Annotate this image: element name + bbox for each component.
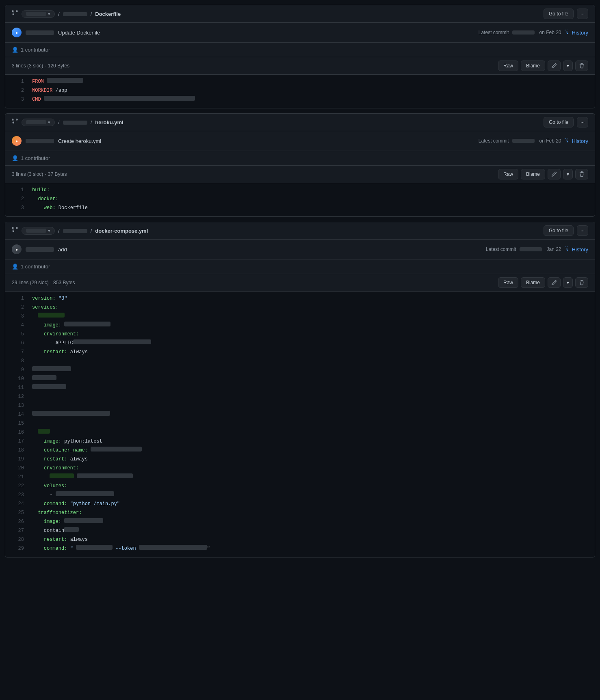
file-title: Dockerfile [95, 11, 121, 17]
code-line: 24 command: "python /main.py" [5, 500, 595, 509]
code-line: 8 [5, 357, 595, 366]
contributor-bar: 👤1 contributor [5, 259, 595, 274]
code-line: 1FROM [5, 78, 595, 87]
more-options-button[interactable]: ··· [577, 117, 588, 127]
code-line: 16 [5, 429, 595, 438]
branch-icon [12, 119, 18, 126]
edit-button[interactable] [548, 169, 561, 179]
commit-hash [512, 139, 535, 143]
line-number: 7 [12, 348, 24, 356]
code-line: 5 environment: [5, 331, 595, 339]
file-block-heroku: ▾//heroku.ymlGo to file···●Create heroku… [5, 113, 595, 217]
line-number: 18 [12, 447, 24, 454]
code-line: 1version: "3" [5, 295, 595, 304]
code-area: 1version: "3"2services:3 4 image: 5 envi… [5, 292, 595, 557]
line-number: 2 [12, 195, 24, 203]
delete-button[interactable] [575, 277, 588, 288]
more-options-button[interactable]: ··· [577, 9, 588, 19]
code-line: 25 traffmonetizer: [5, 509, 595, 518]
go-to-file-button[interactable]: Go to file [544, 9, 574, 19]
file-header-actions: Go to file··· [544, 9, 588, 19]
code-line: 20 environment: [5, 465, 595, 473]
code-line: 19 restart: always [5, 456, 595, 465]
history-button[interactable]: History [565, 138, 588, 144]
code-line: 9 [5, 366, 595, 375]
commit-bar: ●addLatest commit Jan 22History [5, 240, 595, 259]
code-line: 2WORKDIR /app [5, 87, 595, 96]
line-number: 1 [12, 295, 24, 302]
edit-dropdown-button[interactable]: ▾ [563, 60, 573, 71]
line-number: 3 [12, 96, 24, 104]
commit-hash [520, 247, 542, 251]
go-to-file-button[interactable]: Go to file [544, 225, 574, 236]
file-meta-bar: 3 lines (3 sloc) · 120 BytesRawBlame▾ [5, 57, 595, 75]
history-button[interactable]: History [565, 30, 588, 36]
branch-pill[interactable]: ▾ [22, 227, 55, 235]
branch-pill[interactable]: ▾ [22, 119, 55, 126]
line-number: 15 [12, 420, 24, 428]
breadcrumb-user[interactable] [63, 119, 87, 125]
line-number: 3 [12, 313, 24, 320]
line-number: 17 [12, 438, 24, 445]
line-number: 3 [12, 204, 24, 212]
commit-hash [512, 30, 535, 35]
line-number: 5 [12, 331, 24, 338]
commit-bar: ●Create heroku.ymlLatest commit on Feb 2… [5, 131, 595, 151]
latest-commit-label: Latest commit [479, 30, 509, 35]
go-to-file-button[interactable]: Go to file [544, 117, 574, 127]
history-button[interactable]: History [565, 246, 588, 253]
line-number: 6 [12, 339, 24, 347]
edit-dropdown-button[interactable]: ▾ [563, 277, 573, 288]
breadcrumb-user[interactable] [63, 228, 87, 234]
code-line: 3CMD [5, 96, 595, 105]
file-block-docker-compose: ▾//docker-compose.ymlGo to file···●addLa… [5, 222, 595, 557]
breadcrumb-user[interactable] [63, 11, 87, 17]
raw-button[interactable]: Raw [498, 277, 518, 288]
line-number: 10 [12, 375, 24, 383]
code-line: 18 container_name: [5, 447, 595, 456]
code-area: 1FROM 2WORKDIR /app3CMD [5, 75, 595, 108]
contributor-icon: 👤 [12, 155, 18, 161]
avatar: ● [12, 28, 22, 37]
blame-button[interactable]: Blame [521, 169, 545, 179]
delete-button[interactable] [575, 60, 588, 71]
edit-dropdown-button[interactable]: ▾ [563, 169, 573, 179]
code-line: 4 image: [5, 322, 595, 331]
commit-date: Jan 22 [547, 246, 561, 252]
line-number: 20 [12, 465, 24, 472]
code-line: 17 image: python:latest [5, 438, 595, 447]
avatar: ● [12, 136, 22, 146]
blame-button[interactable]: Blame [521, 277, 545, 288]
file-meta-bar: 3 lines (3 sloc) · 37 BytesRawBlame▾ [5, 166, 595, 183]
commit-info-right: Latest commit on Feb 20History [479, 30, 588, 36]
branch-icon [12, 10, 18, 18]
branch-pill[interactable]: ▾ [22, 10, 55, 18]
edit-button[interactable] [548, 277, 561, 288]
more-options-button[interactable]: ··· [577, 225, 588, 236]
avatar: ● [12, 244, 22, 254]
raw-button[interactable]: Raw [498, 169, 518, 179]
file-block-dockerfile: ▾//DockerfileGo to file···●Update Docker… [5, 5, 595, 108]
line-number: 21 [12, 473, 24, 481]
file-header: ▾//docker-compose.ymlGo to file··· [5, 222, 595, 240]
raw-button[interactable]: Raw [498, 60, 518, 71]
file-title: heroku.yml [95, 119, 123, 125]
commit-info-right: Latest commit on Feb 20History [479, 138, 588, 144]
commit-message: add [58, 246, 67, 253]
file-header-actions: Go to file··· [544, 225, 588, 236]
line-number: 29 [12, 545, 24, 553]
line-number: 2 [12, 304, 24, 311]
line-number: 12 [12, 393, 24, 401]
blame-button[interactable]: Blame [521, 60, 545, 71]
commit-info-right: Latest commit Jan 22History [486, 246, 588, 253]
file-header: ▾//heroku.ymlGo to file··· [5, 114, 595, 131]
delete-button[interactable] [575, 169, 588, 179]
edit-button[interactable] [548, 60, 561, 71]
contributors-count: 1 contributor [21, 264, 50, 270]
line-number: 25 [12, 509, 24, 517]
file-lines: 3 lines (3 sloc) [12, 171, 43, 177]
line-number: 8 [12, 357, 24, 365]
line-number: 4 [12, 322, 24, 329]
commit-bar: ●Update DockerfileLatest commit on Feb 2… [5, 23, 595, 43]
line-number: 2 [12, 87, 24, 95]
